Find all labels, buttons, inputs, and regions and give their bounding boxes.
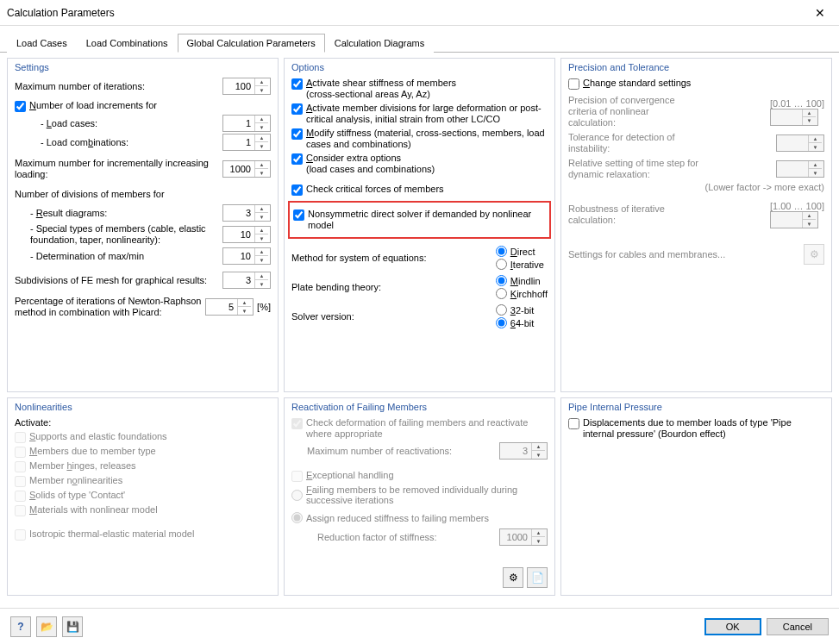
method-label: Method for system of equations:: [291, 253, 491, 263]
shear-label: Activate shear stiffness of members(cros…: [306, 78, 548, 100]
max-iter-spinner[interactable]: ▲▼: [222, 78, 271, 95]
conv-input: [771, 109, 802, 125]
result-diag-spinner[interactable]: ▲▼: [222, 204, 271, 222]
solids-label: Solids of type 'Contact': [29, 490, 125, 501]
icon-button-2[interactable]: 📄: [527, 567, 548, 588]
det-maxmin-label: - Determination of max/min: [30, 251, 222, 262]
assign-reduced-radio: [291, 512, 303, 523]
react-title: Reactivation of Failing Members: [291, 402, 548, 412]
subdiv-spinner[interactable]: ▲▼: [222, 272, 271, 289]
react-check-checkbox: [291, 418, 303, 429]
rel-note: (Lower factor -> more exact): [568, 182, 824, 192]
change-settings-label: Change standard settings: [583, 78, 691, 89]
mindlin-radio[interactable]: [496, 275, 507, 286]
reduction-spinner: ▲▼: [499, 528, 548, 546]
member-div-checkbox[interactable]: [291, 103, 303, 115]
critical-checkbox[interactable]: [291, 184, 303, 196]
b64-radio[interactable]: [496, 317, 507, 328]
mnonlin-checkbox: [15, 476, 26, 487]
modify-stiff-label: Modify stiffness (material, cross-sectio…: [306, 128, 548, 150]
icon-button-1[interactable]: ⚙: [503, 567, 523, 588]
picard-input[interactable]: [206, 299, 237, 315]
help-button[interactable]: ?: [10, 616, 31, 637]
plate-label: Plate bending theory:: [291, 282, 491, 292]
kirchhoff-label: Kirchhoff: [510, 289, 548, 299]
supports-label: Supports and elastic foundations: [29, 431, 167, 442]
load-increments-checkbox[interactable]: [15, 101, 26, 112]
load-cases-input[interactable]: [223, 116, 254, 131]
result-diag-input[interactable]: [223, 205, 254, 221]
close-button[interactable]: ✕: [800, 0, 839, 26]
robust-input: [771, 212, 802, 228]
pipe-disp-checkbox[interactable]: [568, 418, 579, 429]
solids-checkbox: [15, 491, 26, 502]
picard-unit: [%]: [257, 302, 271, 312]
max-incr-spinner[interactable]: ▲▼: [222, 160, 271, 178]
help-icon: ?: [17, 621, 23, 633]
hinges-checkbox: [15, 461, 26, 472]
shear-checkbox[interactable]: [291, 78, 303, 90]
tab-global-calc-params[interactable]: Global Calculation Parameters: [178, 34, 325, 53]
nonsym-label: Nonsymmetric direct solver if demanded b…: [308, 209, 546, 231]
nonlin-title: Nonlinearities: [15, 402, 271, 412]
tab-calc-diagrams[interactable]: Calculation Diagrams: [325, 34, 435, 53]
det-maxmin-spinner[interactable]: ▲▼: [222, 247, 271, 265]
extra-checkbox[interactable]: [291, 153, 303, 165]
load-combos-input[interactable]: [223, 134, 254, 150]
load-combos-spinner[interactable]: ▲▼: [222, 134, 271, 151]
conv-label: Precision of convergence criteria of non…: [568, 95, 698, 128]
modify-stiff-checkbox[interactable]: [291, 128, 303, 140]
picard-label: Percentage of iterations of Newton-Raphs…: [15, 296, 205, 318]
rel-input: [777, 161, 808, 177]
save-button[interactable]: 💾: [62, 616, 83, 637]
pipe-disp-label: Displacements due to member loads of typ…: [583, 417, 824, 440]
materials-checkbox: [15, 505, 26, 516]
max-incr-input[interactable]: [223, 161, 254, 177]
change-settings-checkbox[interactable]: [568, 78, 579, 90]
materials-label: Materials with nonlinear model: [29, 504, 158, 516]
gear-icon: ⚙: [810, 248, 819, 260]
load-cases-spinner[interactable]: ▲▼: [222, 115, 271, 132]
pipe-title: Pipe Internal Pressure: [568, 402, 824, 412]
extra-label: Consider extra options(load cases and co…: [306, 153, 548, 175]
b32-label: 32-bit: [510, 305, 535, 316]
tol-spinner: ▲▼: [776, 134, 824, 152]
page-icon: 📄: [531, 572, 544, 584]
react-max-input: [500, 443, 531, 459]
critical-label: Check critical forces of members: [306, 184, 548, 195]
nonsym-checkbox[interactable]: [293, 209, 304, 221]
spin-up-icon[interactable]: ▲: [255, 78, 268, 86]
iterative-label: Iterative: [510, 259, 544, 270]
tab-load-combinations[interactable]: Load Combinations: [77, 34, 178, 53]
spin-down-icon[interactable]: ▼: [255, 86, 268, 94]
nonlinearities-panel: Nonlinearities Activate: Supports and el…: [7, 397, 279, 596]
special-types-input[interactable]: [223, 227, 254, 242]
picard-spinner[interactable]: ▲▼: [205, 298, 254, 316]
subdiv-input[interactable]: [223, 272, 254, 288]
rel-label: Relative setting of time step for dynami…: [568, 158, 706, 180]
max-iter-input[interactable]: [223, 78, 254, 94]
load-increments-label: Number of load increments for: [29, 100, 271, 111]
isotropic-checkbox: [15, 529, 26, 541]
react-max-label: Maximum number of reactivations:: [307, 446, 499, 457]
special-types-spinner[interactable]: ▲▼: [222, 226, 271, 243]
det-maxmin-input[interactable]: [223, 248, 254, 264]
members-label: Members due to member type: [29, 446, 156, 457]
ok-button[interactable]: OK: [704, 618, 761, 635]
direct-label: Direct: [510, 247, 535, 257]
folder-icon: 📂: [41, 621, 53, 633]
hinges-label: Member hinges, releases: [29, 460, 136, 472]
close-icon: ✕: [815, 6, 825, 20]
b32-radio[interactable]: [496, 304, 507, 316]
tab-load-cases[interactable]: Load Cases: [7, 34, 77, 53]
subdiv-label: Subdivisions of FE mesh for graphical re…: [15, 275, 222, 286]
open-button[interactable]: 📂: [36, 616, 57, 637]
footer: ? 📂 💾 OK Cancel: [0, 608, 839, 644]
cancel-button[interactable]: Cancel: [767, 618, 829, 635]
precision-panel: Precision and Tolerance Change standard …: [560, 58, 832, 392]
kirchhoff-radio[interactable]: [496, 288, 507, 299]
direct-radio[interactable]: [496, 246, 507, 257]
iterative-radio[interactable]: [496, 259, 507, 270]
cables-label: Settings for cables and membranes...: [568, 249, 804, 260]
solver-label: Solver version:: [291, 311, 491, 322]
